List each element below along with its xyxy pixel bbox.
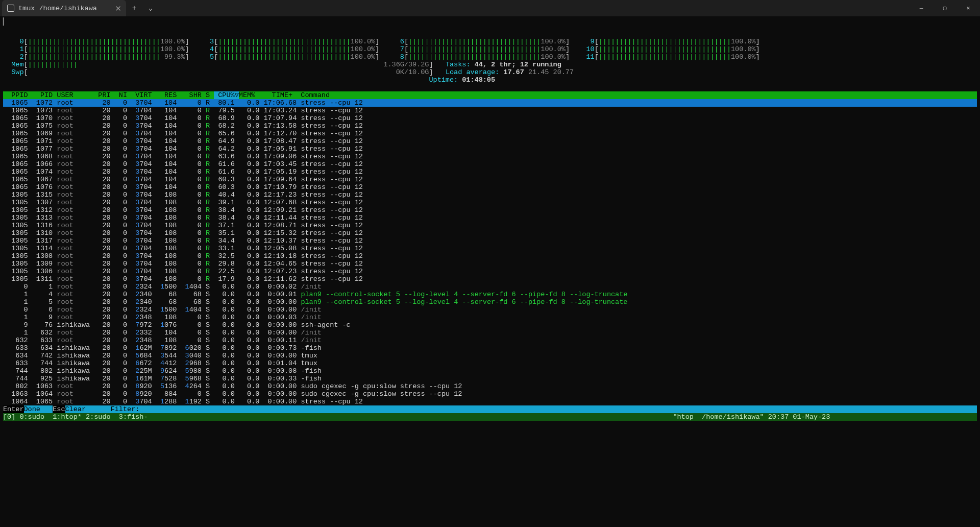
process-row[interactable]: 633 744 ishikawa 20 0 6672 4412 2968 S 0… [3, 360, 977, 367]
minimize-button[interactable]: — [910, 0, 933, 16]
tab-tmux[interactable]: tmux /home/ishikawa [2, 0, 126, 16]
process-row[interactable]: 1305 1317 root 20 0 3704 108 0 R 34.4 0.… [3, 237, 977, 245]
terminal-icon [7, 5, 14, 12]
tab-title: tmux /home/ishikawa [18, 5, 97, 12]
process-row[interactable]: 1305 1315 root 20 0 3704 108 0 R 40.4 0.… [3, 191, 977, 199]
process-row[interactable]: 1065 1070 root 20 0 3704 104 0 R 68.9 0.… [3, 114, 977, 122]
blank-row [3, 26, 977, 34]
window-controls: — ▢ ✕ [910, 0, 980, 16]
process-row[interactable]: 1065 1068 root 20 0 3704 104 0 R 63.6 0.… [3, 153, 977, 160]
mem-meter-row: Mem[|||||||||||| 1.36G/39.2G] Tasks: 44,… [3, 61, 977, 68]
process-row[interactable]: 1065 1069 root 20 0 3704 104 0 R 65.6 0.… [3, 130, 977, 137]
cpu-meter-row: 1[||||||||||||||||||||||||||||||||100.0%… [3, 45, 977, 53]
process-row[interactable]: 1305 1313 root 20 0 3704 108 0 R 38.4 0.… [3, 214, 977, 222]
process-row[interactable]: 1305 1316 root 20 0 3704 108 0 R 37.1 0.… [3, 222, 977, 229]
process-row[interactable]: 1065 1074 root 20 0 3704 104 0 R 61.6 0.… [3, 168, 977, 176]
process-row[interactable]: 0 6 root 20 0 2324 1500 1404 S 0.0 0.0 0… [3, 306, 977, 314]
process-row[interactable]: 1305 1311 root 20 0 3704 108 0 R 17.9 0.… [3, 275, 977, 283]
process-row[interactable]: 1065 1077 root 20 0 3704 104 0 R 64.2 0.… [3, 145, 977, 153]
process-row[interactable]: 632 633 root 20 0 2348 108 0 S 0.0 0.0 0… [3, 337, 977, 344]
process-row[interactable]: 1063 1064 root 20 0 8920 884 0 S 0.0 0.0… [3, 390, 977, 398]
process-row[interactable]: 1065 1073 root 20 0 3704 104 0 R 79.5 0.… [3, 107, 977, 114]
process-row[interactable]: 744 925 ishikawa 20 0 161M 7528 5968 S 0… [3, 375, 977, 382]
cpu-meter-row: 0[||||||||||||||||||||||||||||||||100.0%… [3, 38, 977, 45]
process-row[interactable]: 1065 1067 root 20 0 3704 104 0 R 60.3 0.… [3, 176, 977, 183]
close-tab-icon[interactable] [115, 6, 121, 11]
process-row[interactable]: 1305 1309 root 20 0 3704 108 0 R 29.8 0.… [3, 260, 977, 268]
uptime-row: Uptime: 01:48:05 [3, 76, 977, 84]
cpu-meter-row: 2[|||||||||||||||||||||||||||||||| 99.3%… [3, 53, 977, 61]
swp-meter-row: Swp[ 0K/10.0G] Load average: 17.67 21.45… [3, 68, 977, 76]
process-row[interactable]: 634 742 ishikawa 20 0 5684 3544 3040 S 0… [3, 352, 977, 360]
process-row[interactable]: 1305 1307 root 20 0 3704 108 0 R 39.1 0.… [3, 199, 977, 206]
process-row[interactable]: 9 76 ishikawa 20 0 7972 1076 0 S 0.0 0.0… [3, 321, 977, 329]
process-row[interactable]: 1065 1072 root 20 0 3704 104 0 R 80.1 0.… [3, 99, 977, 107]
blank-row [3, 84, 977, 91]
process-row[interactable]: 1305 1310 root 20 0 3704 108 0 R 35.1 0.… [3, 229, 977, 237]
process-row[interactable]: 802 1063 root 20 0 8920 5136 4264 S 0.0 … [3, 382, 977, 390]
process-row[interactable]: 1 9 root 20 0 2348 108 0 S 0.0 0.0 0:00.… [3, 314, 977, 321]
process-row[interactable]: 0 1 root 20 0 2324 1500 1404 S 0.0 0.0 0… [3, 283, 977, 291]
process-row[interactable]: 1064 1065 root 20 0 3704 1288 1192 S 0.0… [3, 398, 977, 405]
process-row[interactable]: 1065 1076 root 20 0 3704 104 0 R 60.3 0.… [3, 183, 977, 191]
process-row[interactable]: 1 632 root 20 0 2332 104 0 S 0.0 0.0 0:0… [3, 329, 977, 337]
new-tab-button[interactable]: + [126, 0, 142, 16]
process-row[interactable]: 744 802 ishikawa 20 0 225M 9624 5988 S 0… [3, 367, 977, 375]
process-row[interactable]: 1305 1306 root 20 0 3704 108 0 R 22.5 0.… [3, 268, 977, 275]
process-row[interactable]: 633 634 ishikawa 20 0 162M 7892 6020 S 0… [3, 344, 977, 352]
process-row[interactable]: 1305 1308 root 20 0 3704 108 0 R 32.5 0.… [3, 252, 977, 260]
tab-menu-chevron-icon[interactable]: ⌄ [142, 0, 159, 16]
terminal-surface[interactable]: ▏ 0[||||||||||||||||||||||||||||||||100.… [0, 16, 980, 421]
process-row[interactable]: 1 4 root 20 0 2340 68 68 S 0.0 0.0 0:00.… [3, 291, 977, 298]
process-row[interactable]: 1 5 root 20 0 2340 68 68 S 0.0 0.0 0:00.… [3, 298, 977, 306]
process-row[interactable]: 1305 1314 root 20 0 3704 108 0 R 33.1 0.… [3, 245, 977, 252]
window-titlebar: tmux /home/ishikawa + ⌄ — ▢ ✕ [0, 0, 980, 16]
tmux-status-bar[interactable]: [0] 0:sudo 1:htop* 2:sudo 3:fish- "htop … [3, 413, 977, 421]
close-window-button[interactable]: ✕ [957, 0, 980, 16]
process-row[interactable]: 1065 1071 root 20 0 3704 104 0 R 64.9 0.… [3, 137, 977, 145]
process-row[interactable]: 1065 1075 root 20 0 3704 104 0 R 68.2 0.… [3, 122, 977, 130]
process-row[interactable]: 1305 1312 root 20 0 3704 108 0 R 38.4 0.… [3, 206, 977, 214]
process-header[interactable]: PPID PID USER PRI NI VIRT RES SHR S CPU%… [3, 91, 977, 99]
filter-bar[interactable]: EnterDone EscClear Filter: [3, 405, 977, 413]
maximize-button[interactable]: ▢ [933, 0, 957, 16]
cursor-row: ▏ [3, 18, 977, 26]
process-row[interactable]: 1065 1066 root 20 0 3704 104 0 R 61.6 0.… [3, 160, 977, 168]
